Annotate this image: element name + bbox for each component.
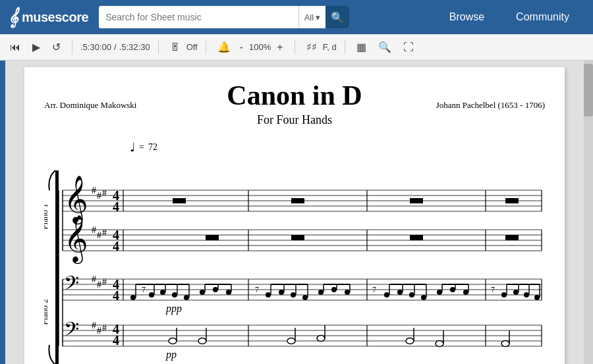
svg-text:#: #: [102, 277, 107, 287]
mixer-group: 🎚 Off: [167, 40, 198, 55]
search-button[interactable]: 🔍: [325, 6, 349, 28]
grid-icon: ▦: [356, 41, 366, 53]
grid-button[interactable]: ▦: [353, 39, 370, 55]
metronome-group: 🔔 - 100% +: [214, 39, 287, 55]
toolbar-sep-3: [206, 40, 206, 55]
svg-point-71: [200, 290, 205, 295]
svg-text:#: #: [97, 230, 101, 240]
svg-point-64: [160, 290, 165, 295]
toolbar-sep-2: [158, 40, 159, 55]
plus-icon: +: [277, 41, 283, 53]
piece-subtitle: For Four Hands: [44, 113, 545, 127]
search-filter-dropdown[interactable]: All ▾: [298, 6, 325, 28]
svg-point-105: [437, 290, 442, 295]
svg-text:#: #: [102, 188, 107, 198]
svg-text:4: 4: [113, 333, 119, 348]
scrollbar-thumb[interactable]: [584, 64, 593, 117]
svg-point-83: [291, 292, 296, 298]
logo-icon: 𝄞: [8, 7, 18, 28]
repeat-button[interactable]: ↺: [49, 39, 64, 55]
arranger-label: Arr. Dominique Makowski: [44, 100, 136, 111]
play-button[interactable]: ▶: [29, 39, 43, 55]
svg-point-149: [317, 336, 325, 342]
search-icon: 🔍: [331, 11, 344, 24]
nav-links: Browse Community: [434, 0, 585, 34]
time-sep: /: [114, 42, 117, 52]
search-bar[interactable]: All ▾ 🔍: [99, 6, 349, 28]
time-total: .5:32:30: [119, 42, 150, 52]
svg-text:7: 7: [142, 285, 146, 294]
minus-icon: -: [240, 41, 243, 53]
svg-point-145: [501, 341, 509, 347]
score-container[interactable]: Canon in D For Four Hands Arr. Dominique…: [5, 61, 584, 364]
svg-rect-17: [173, 198, 186, 203]
toolbar-sep-4: [295, 40, 295, 55]
svg-point-92: [345, 290, 350, 295]
svg-text:𝄢: 𝄢: [64, 273, 79, 299]
browse-link[interactable]: Browse: [434, 0, 500, 34]
svg-point-100: [409, 292, 414, 298]
community-link[interactable]: Community: [500, 0, 585, 34]
svg-point-59: [130, 295, 136, 300]
rewind-button[interactable]: ⏮: [7, 40, 24, 55]
svg-rect-19: [410, 198, 423, 203]
svg-point-115: [513, 290, 519, 295]
score-area: ♩ = 72 Piano 1 Piano 2: [44, 140, 545, 364]
tempo-equals: =: [139, 142, 144, 153]
svg-point-75: [226, 290, 231, 295]
svg-point-79: [266, 292, 271, 298]
svg-text:pp: pp: [165, 349, 177, 361]
mixer-button[interactable]: 🎚: [167, 40, 184, 55]
svg-point-141: [287, 338, 295, 344]
toolbar-sep-1: [72, 40, 72, 55]
main-area: Canon in D For Four Hands Arr. Dominique…: [0, 61, 593, 364]
time-display: .5:30:00 / .5:32:30: [80, 42, 150, 52]
svg-rect-18: [291, 198, 304, 203]
toolbar: ⏮ ▶ ↺ .5:30:00 / .5:32:30 🎚 Off 🔔 - 100%…: [0, 34, 593, 61]
svg-text:#: #: [92, 321, 96, 330]
svg-text:4: 4: [113, 288, 119, 303]
metronome-icon: 🔔: [217, 41, 231, 53]
tempo-value: 72: [148, 142, 157, 153]
svg-text:𝄢: 𝄢: [64, 319, 79, 345]
svg-text:4: 4: [113, 239, 119, 253]
key-button[interactable]: ♯♯: [303, 39, 320, 55]
svg-text:ppp: ppp: [165, 303, 182, 315]
chevron-down-icon: ▾: [316, 13, 320, 22]
composer-label: Johann Pachelbel (1653 - 1706): [436, 100, 545, 111]
metronome-button[interactable]: 🔔: [214, 39, 234, 55]
loop-label: Off: [186, 42, 198, 52]
svg-text:#: #: [92, 225, 96, 235]
tempo-minus-button[interactable]: -: [237, 40, 246, 55]
svg-point-68: [184, 295, 189, 300]
sheet-page: Canon in D For Four Hands Arr. Dominique…: [24, 67, 565, 364]
piano2-bass2-staff: 𝄢 # # # 4 4: [63, 319, 542, 361]
navbar: 𝄞 musescore All ▾ 🔍 Browse Community: [0, 0, 593, 34]
svg-text:#: #: [102, 228, 107, 238]
play-icon: ▶: [32, 41, 40, 53]
piano2-bass-staff: 𝄢 # # # 4 4: [63, 273, 542, 315]
piano1-bass-staff: 𝄞 # # # 4 4: [63, 215, 542, 265]
fullscreen-button[interactable]: ⛶: [400, 40, 417, 55]
zoom-button[interactable]: 🔍: [375, 39, 395, 55]
svg-point-88: [318, 290, 324, 295]
svg-point-139: [169, 338, 177, 344]
key-group: ♯♯ F, d: [303, 39, 337, 55]
svg-point-62: [149, 292, 154, 298]
svg-text:#: #: [92, 186, 96, 195]
mixer-icon: 🎚: [170, 41, 181, 53]
svg-text:#: #: [102, 323, 107, 333]
search-input[interactable]: [99, 12, 298, 22]
rewind-icon: ⏮: [10, 41, 20, 53]
svg-text:#: #: [97, 280, 101, 290]
svg-text:7: 7: [491, 285, 495, 294]
logo-area[interactable]: 𝄞 musescore: [8, 7, 88, 28]
tempo-plus-button[interactable]: +: [273, 40, 286, 55]
search-filter-label: All: [304, 13, 314, 22]
svg-point-151: [436, 341, 443, 347]
svg-rect-37: [206, 235, 219, 240]
zoom-icon: 🔍: [378, 41, 391, 53]
repeat-icon: ↺: [52, 41, 61, 53]
svg-point-113: [501, 292, 507, 298]
scrollbar[interactable]: [584, 61, 593, 364]
